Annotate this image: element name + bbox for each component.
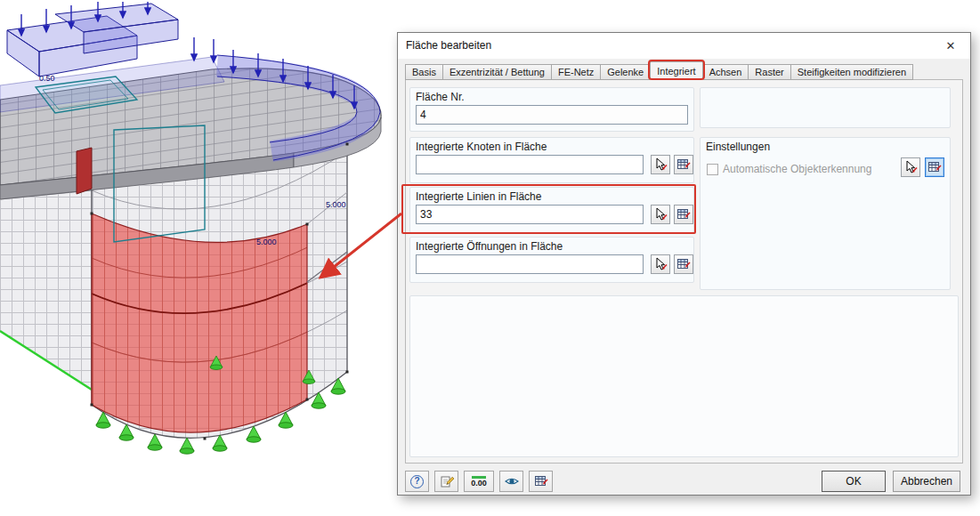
settings-label: Einstellungen [706,141,770,153]
integrierte-knoten-input[interactable] [416,155,644,174]
field-label-oeffnungen: Integrierte Öffnungen in Fläche [416,240,563,253]
help-button[interactable]: ? [405,471,429,492]
group-integrierte-oeffnungen: Integrierte Öffnungen in Fläche [409,237,694,283]
tab-label: Integriert [657,66,695,77]
pick-from-list-icon [927,160,942,174]
side-wall[interactable] [0,190,92,390]
screen: 0.50 5.000 5.000 Fläche bearbeiten ✕ Bas… [0,0,980,516]
decimals-label: 0.00 [471,480,487,488]
pencil-icon [440,474,454,488]
tab-steifigkeiten-modifizieren[interactable]: Steifigkeiten modifizieren [790,64,913,80]
eye-icon [505,474,519,488]
tab-label: Achsen [709,67,742,77]
checkbox-label: Automatische Objekterkennung [723,163,871,175]
pick-from-list-icon [676,257,691,271]
tab-integriert[interactable]: Integriert [650,61,702,80]
visibility-button[interactable] [499,471,523,492]
tab-fe-netz[interactable]: FE-Netz [551,64,601,80]
integrierte-oeffnungen-input[interactable] [416,254,644,274]
pick-knoten-in-model-button[interactable] [651,155,670,174]
decimal-places-button[interactable]: 0.00 [464,471,494,492]
integrierte-linien-input[interactable] [416,205,644,224]
pick-oeffnungen-in-model-button[interactable] [651,254,670,274]
tab-gelenke[interactable]: Gelenke [600,64,651,80]
settings-pick-in-model-button[interactable] [901,157,920,177]
tab-label: Steifigkeiten modifizieren [798,67,906,77]
tab-label: Basis [412,67,436,77]
pick-from-list-icon [534,474,548,488]
info-panel [700,87,951,128]
group-integrierte-knoten: Integrierte Knoten in Fläche [409,137,694,183]
cancel-button[interactable]: Abbrechen [893,471,960,492]
flaeche-nr-input[interactable] [416,105,688,125]
close-icon: ✕ [946,39,956,52]
pick-linien-from-list-button[interactable] [674,205,693,224]
edit-comment-button[interactable] [434,471,458,492]
tab-raster[interactable]: Raster [748,64,790,80]
group-integrierte-linien: Integrierte Linien in Fläche [409,187,694,233]
field-label-flaeche-nr: Fläche Nr. [416,91,465,103]
tab-label: Exzentrizität / Bettung [450,67,545,77]
dialog-titlebar[interactable]: Fläche bearbeiten ✕ [398,33,970,59]
dimension-label-right: 5.000 [326,200,346,209]
help-icon: ? [410,475,424,488]
group-einstellungen: Einstellungen Automatische Objekterkennu… [700,137,951,290]
checkbox-box[interactable] [707,164,718,175]
field-label-knoten: Integrierte Knoten in Fläche [416,141,547,153]
pick-objects-button[interactable] [529,471,553,492]
pick-cursor-icon [653,257,668,271]
tab-exzentrizitaet-bettung[interactable]: Exzentrizität / Bettung [442,64,552,80]
pick-from-list-icon [676,207,691,222]
dimension-label-front: 5.000 [256,238,277,246]
pick-linien-in-model-button[interactable] [651,205,670,224]
tabstrip: Basis Exzentrizität / Bettung FE-Netz Ge… [405,61,912,80]
pick-cursor-icon [653,157,668,172]
tab-achsen[interactable]: Achsen [702,64,749,80]
dimension-label-slab: 0.50 [39,74,55,83]
pick-oeffnungen-from-list-button[interactable] [674,254,693,274]
ok-button[interactable]: OK [822,471,886,492]
dialog-footer-toolbar: ? 0.00 [405,471,553,492]
pick-knoten-from-list-button[interactable] [674,155,693,174]
dialog-title: Fläche bearbeiten [406,33,491,59]
pick-cursor-icon [653,207,668,222]
tab-content-integriert: Fläche Nr. Integrierte Knoten in Fläche … [405,79,963,464]
tab-label: Gelenke [607,67,644,77]
pick-from-list-icon [676,157,691,172]
red-member[interactable] [77,148,92,194]
field-label-linien: Integrierte Linien in Fläche [416,190,541,203]
tab-label: Raster [755,67,783,77]
dialog-flaeche-bearbeiten: Fläche bearbeiten ✕ Basis Exzentrizität … [397,32,971,496]
settings-pick-from-list-button[interactable] [925,157,944,177]
close-button[interactable]: ✕ [932,34,969,58]
details-panel [409,295,959,457]
tab-basis[interactable]: Basis [405,64,443,80]
pick-cursor-icon [903,160,918,174]
model-viewport[interactable]: 0.50 5.000 5.000 [0,0,397,516]
group-flaeche-nr: Fläche Nr. [409,87,694,132]
tab-label: FE-Netz [558,67,594,77]
auto-detect-checkbox[interactable]: Automatische Objekterkennung [707,163,871,175]
